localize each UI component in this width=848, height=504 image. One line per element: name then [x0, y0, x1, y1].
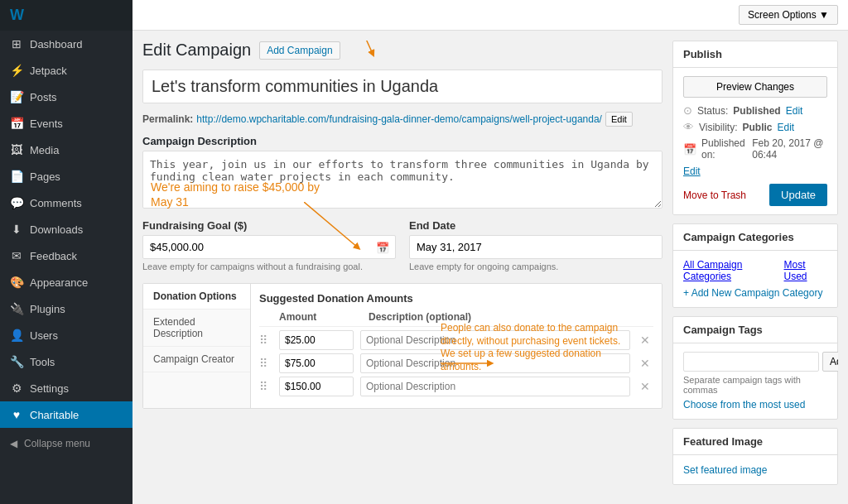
all-categories-tab[interactable]: All Campaign Categories — [683, 259, 784, 282]
donation-amount-input-0[interactable] — [279, 330, 354, 350]
sidebar-item-feedback[interactable]: ✉Feedback — [0, 242, 132, 269]
comments-icon: 💬 — [10, 196, 23, 209]
sidebar-item-label-comments: Comments — [30, 197, 82, 209]
fundraising-goal-input-wrap: 📅 — [142, 235, 396, 259]
donation-row: ⠿ ✕ — [259, 330, 653, 350]
donation-table-header: Amount Description (optional) — [259, 311, 653, 327]
sidebar-item-settings[interactable]: ⚙Settings — [0, 375, 132, 401]
publish-box-title: Publish — [673, 41, 837, 68]
add-campaign-button[interactable]: Add Campaign — [259, 41, 340, 60]
center-column: Edit Campaign Add Campaign Permalink: ht… — [142, 41, 662, 494]
remove-donation-row-button-0[interactable]: ✕ — [637, 334, 653, 346]
campaign-title-input[interactable] — [142, 70, 662, 103]
downloads-icon: ⬇ — [10, 223, 23, 236]
pages-icon: 📄 — [10, 170, 23, 183]
most-used-tab[interactable]: Most Used — [784, 259, 828, 282]
events-icon: 📅 — [10, 117, 23, 130]
visibility-value: Public — [742, 122, 772, 133]
feedback-icon: ✉ — [10, 249, 23, 262]
sidebar-item-jetpack[interactable]: ⚡Jetpack — [0, 57, 132, 84]
set-featured-image-link[interactable]: Set featured image — [683, 464, 767, 476]
tags-add-button[interactable]: Add — [822, 352, 838, 372]
desc-col-header: Description (optional) — [369, 311, 630, 323]
move-to-trash-link[interactable]: Move to Trash — [683, 190, 746, 201]
collapse-label: Collapse menu — [24, 438, 90, 449]
sidebar-item-label-downloads: Downloads — [30, 223, 83, 236]
remove-donation-row-button-1[interactable]: ✕ — [637, 358, 653, 369]
fundraising-goal-group: Fundraising Goal ($) 📅 Leave empty for c… — [142, 219, 396, 271]
end-date-group: End Date Leave empty for ongoing campaig… — [409, 219, 662, 271]
users-icon: 👤 — [10, 329, 23, 342]
visibility-edit-link[interactable]: Edit — [777, 122, 794, 133]
donation-amount-input-1[interactable] — [279, 353, 354, 373]
status-icon: ⊙ — [683, 104, 692, 117]
calendar-icon: 📅 — [376, 241, 389, 253]
screen-options-label: Screen Options ▼ — [748, 9, 829, 21]
main-area: Screen Options ▼ Edit Campaign Add Campa… — [132, 0, 848, 504]
update-button[interactable]: Update — [769, 184, 827, 206]
sidebar-item-downloads[interactable]: ⬇Downloads — [0, 216, 132, 242]
sidebar-item-dashboard[interactable]: ⊞Dashboard — [0, 31, 132, 57]
sidebar-item-tools[interactable]: 🔧Tools — [0, 348, 132, 375]
permalink-label: Permalink: — [142, 113, 193, 125]
action-col-header — [637, 311, 653, 323]
permalink-link[interactable]: http://demo.wpcharitable.com/fundraising… — [196, 113, 602, 125]
page-header: Edit Campaign Add Campaign — [142, 41, 662, 60]
tags-input-row: Add — [683, 352, 827, 372]
right-column: Publish Preview Changes ⊙ Status: Publis… — [672, 41, 838, 494]
description-section: Campaign Description This year, join us … — [142, 135, 662, 211]
sidebar-item-pages[interactable]: 📄Pages — [0, 163, 132, 190]
campaign-categories-box: Campaign Categories All Campaign Categor… — [672, 223, 838, 308]
published-edit-link[interactable]: Edit — [683, 166, 701, 177]
wp-logo-icon: W — [10, 7, 24, 24]
choose-tags-link[interactable]: Choose from the most used — [683, 399, 805, 410]
permalink-edit-button[interactable]: Edit — [605, 112, 633, 127]
sidebar-item-users[interactable]: 👤Users — [0, 322, 132, 348]
settings-icon: ⚙ — [10, 382, 23, 395]
permalink-row: Permalink: http://demo.wpcharitable.com/… — [142, 112, 662, 127]
sidebar-item-plugins[interactable]: 🔌Plugins — [0, 295, 132, 322]
sidebar-item-comments[interactable]: 💬Comments — [0, 190, 132, 216]
sidebar-item-label-charitable: Charitable — [30, 409, 79, 421]
sidebar-item-label-pages: Pages — [30, 170, 60, 183]
drag-handle-1[interactable]: ⠿ — [259, 357, 272, 370]
campaign-tags-body: Add Separate campaign tags with commas C… — [673, 343, 837, 419]
status-value: Published — [733, 105, 780, 117]
charitable-icon: ♥ — [10, 408, 23, 421]
status-label: Status: — [697, 105, 728, 117]
publish-box: Publish Preview Changes ⊙ Status: Publis… — [672, 41, 838, 215]
tags-input[interactable] — [683, 352, 819, 372]
featured-image-box: Featured Image Set featured image — [672, 428, 838, 485]
donation-tab-campaign-creator[interactable]: Campaign Creator — [143, 347, 250, 372]
sidebar-item-label-users: Users — [30, 329, 58, 342]
sidebar-item-charitable[interactable]: ♥Charitable — [0, 401, 132, 428]
collapse-menu-button[interactable]: ◀ Collapse menu — [0, 431, 132, 456]
publish-box-body: Preview Changes ⊙ Status: Published Edit… — [673, 68, 837, 214]
end-date-input[interactable] — [409, 235, 662, 259]
sidebar-item-appearance[interactable]: 🎨Appearance — [0, 269, 132, 295]
tools-icon: 🔧 — [10, 355, 23, 368]
donation-desc-input-2[interactable] — [360, 377, 630, 396]
sidebar-item-posts[interactable]: 📝Posts — [0, 84, 132, 110]
fundraising-goal-label: Fundraising Goal ($) — [142, 219, 396, 232]
add-new-category-link[interactable]: + Add New Campaign Category — [683, 287, 827, 299]
sidebar-item-label-posts: Posts — [30, 91, 57, 103]
description-textarea[interactable]: This year, join us in our efforts to tra… — [142, 151, 662, 209]
donation-desc-input-0[interactable] — [360, 330, 630, 350]
drag-handle-2[interactable]: ⠿ — [259, 380, 272, 393]
sidebar-item-events[interactable]: 📅Events — [0, 110, 132, 137]
appearance-icon: 🎨 — [10, 276, 23, 289]
jetpack-icon: ⚡ — [10, 64, 23, 77]
drag-handle-0[interactable]: ⠿ — [259, 334, 272, 347]
donation-tab-extended-description[interactable]: Extended Description — [143, 310, 250, 347]
fundraising-goal-hint: Leave empty for campaigns without a fund… — [142, 262, 396, 271]
donation-amount-input-2[interactable] — [279, 377, 354, 396]
donation-desc-input-1[interactable] — [360, 353, 630, 373]
donation-tab-donation-options[interactable]: Donation Options — [143, 284, 250, 310]
sidebar-item-media[interactable]: 🖼Media — [0, 137, 132, 163]
screen-options-button[interactable]: Screen Options ▼ — [739, 5, 838, 25]
fundraising-goal-input[interactable] — [142, 235, 396, 259]
preview-changes-button[interactable]: Preview Changes — [683, 76, 827, 98]
status-edit-link[interactable]: Edit — [786, 105, 803, 117]
remove-donation-row-button-2[interactable]: ✕ — [637, 381, 653, 392]
